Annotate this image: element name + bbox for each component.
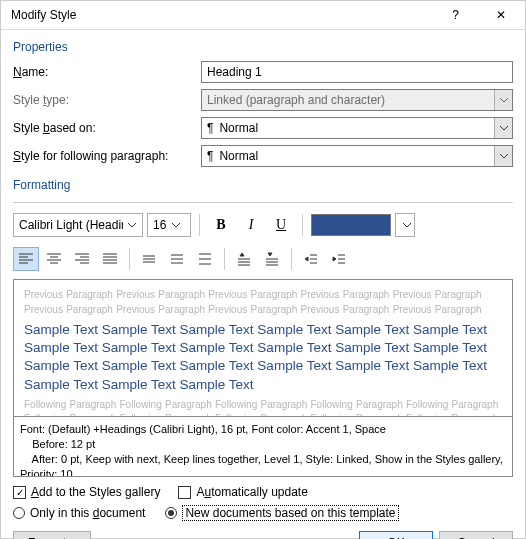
paragraph-icon: ¶	[207, 149, 213, 163]
window-title: Modify Style	[11, 8, 433, 22]
preview-pane: Previous Paragraph Previous Paragraph Pr…	[13, 279, 513, 417]
help-icon: ?	[452, 8, 459, 22]
chevron-down-icon[interactable]	[494, 118, 512, 138]
italic-icon: I	[249, 217, 254, 233]
formatting-section-label: Formatting	[13, 178, 513, 192]
space-before-up-icon	[236, 252, 252, 266]
align-left-button[interactable]	[13, 247, 39, 271]
radio-unchecked-icon	[13, 507, 25, 519]
style-type-label: Style type:	[13, 93, 201, 107]
decrease-indent-icon	[303, 252, 319, 266]
format-button[interactable]: Format▾	[13, 531, 91, 539]
line-spacing-2-icon	[197, 252, 213, 266]
auto-update-checkbox[interactable]: Automatically update	[178, 485, 307, 499]
chevron-down-icon[interactable]	[494, 146, 512, 166]
increase-indent-button[interactable]	[326, 247, 352, 271]
properties-section-label: Properties	[13, 40, 513, 54]
color-swatch-fill	[312, 215, 390, 235]
preview-sample-text: Sample Text Sample Text Sample Text Samp…	[24, 321, 502, 394]
chevron-down-icon	[494, 90, 512, 110]
close-button[interactable]: ✕	[478, 1, 523, 29]
line-spacing-1.5-icon	[169, 252, 185, 266]
decrease-space-before-button[interactable]	[259, 247, 285, 271]
based-on-select[interactable]: ¶Normal	[201, 117, 513, 139]
titlebar: Modify Style ? ✕	[1, 1, 525, 30]
chevron-down-icon	[400, 214, 414, 236]
underline-icon: U	[276, 217, 286, 233]
align-center-icon	[46, 252, 62, 266]
bold-button[interactable]: B	[208, 213, 234, 237]
only-this-document-radio[interactable]: Only in this document	[13, 506, 145, 520]
underline-button[interactable]: U	[268, 213, 294, 237]
style-type-select: Linked (paragraph and character)	[201, 89, 513, 111]
modify-style-dialog: Modify Style ? ✕ Properties Name: Headin…	[0, 0, 526, 539]
spacing-2-button[interactable]	[192, 247, 218, 271]
preview-previous-text: Previous Paragraph Previous Paragraph Pr…	[24, 288, 502, 317]
spacing-1.5-button[interactable]	[164, 247, 190, 271]
close-icon: ✕	[496, 8, 506, 22]
following-para-label: Style for following paragraph:	[13, 149, 201, 163]
name-input[interactable]: Heading 1	[201, 61, 513, 83]
italic-button[interactable]: I	[238, 213, 264, 237]
preview-following-text: Following Paragraph Following Paragraph …	[24, 398, 502, 417]
align-justify-button[interactable]	[97, 247, 123, 271]
chevron-down-icon	[169, 214, 183, 236]
cancel-button[interactable]: Cancel	[439, 531, 513, 539]
checkbox-checked-icon: ✓	[13, 486, 26, 499]
align-justify-icon	[102, 252, 118, 266]
bold-icon: B	[216, 217, 225, 233]
divider	[13, 202, 513, 203]
space-before-down-icon	[264, 252, 280, 266]
align-right-button[interactable]	[69, 247, 95, 271]
based-on-label: Style based on:	[13, 121, 201, 135]
radio-checked-icon	[165, 507, 177, 519]
align-right-icon	[74, 252, 90, 266]
font-name-combo[interactable]: Calibri Light (Headings)	[13, 213, 143, 237]
new-documents-radio[interactable]: New documents based on this template	[165, 505, 398, 521]
spacing-1-button[interactable]	[136, 247, 162, 271]
add-to-gallery-checkbox[interactable]: ✓ Add to the Styles gallery	[13, 485, 160, 499]
style-description: Font: (Default) +Headings (Calibri Light…	[13, 417, 513, 477]
chevron-down-icon	[126, 214, 139, 236]
checkbox-unchecked-icon	[178, 486, 191, 499]
increase-indent-icon	[331, 252, 347, 266]
paragraph-icon: ¶	[207, 121, 213, 135]
decrease-indent-button[interactable]	[298, 247, 324, 271]
following-para-select[interactable]: ¶Normal	[201, 145, 513, 167]
name-label: Name:	[13, 65, 201, 79]
help-button[interactable]: ?	[433, 1, 478, 29]
increase-space-before-button[interactable]	[231, 247, 257, 271]
line-spacing-1-icon	[141, 252, 157, 266]
font-size-combo[interactable]: 16	[147, 213, 191, 237]
align-left-icon	[18, 252, 34, 266]
ok-button[interactable]: OK	[359, 531, 433, 539]
font-color-dropdown[interactable]	[395, 213, 415, 237]
font-color-picker[interactable]	[311, 214, 391, 236]
align-center-button[interactable]	[41, 247, 67, 271]
